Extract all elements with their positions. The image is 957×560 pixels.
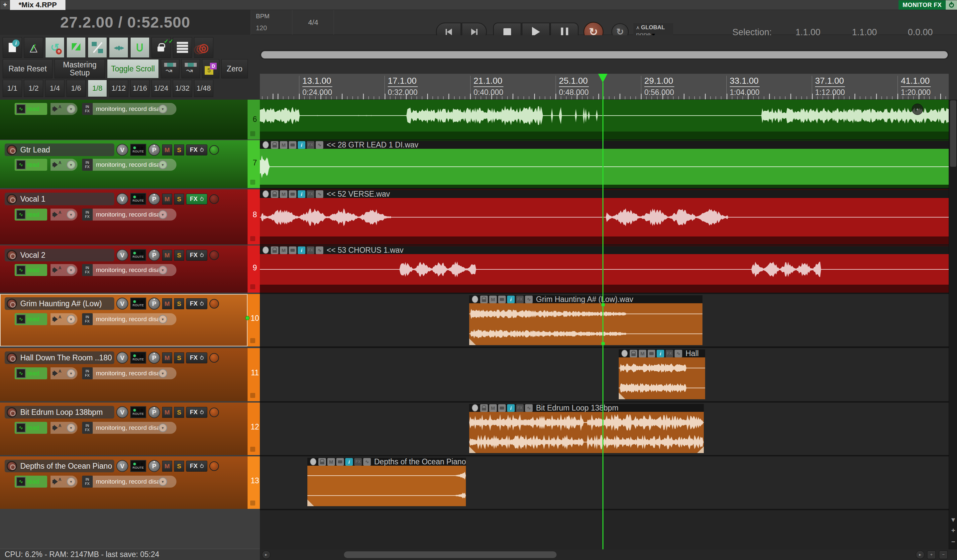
item-header[interactable]: MiFX∿ << 52 VERSE.wav xyxy=(260,190,949,198)
arrange-hscrollbar[interactable] xyxy=(260,50,949,60)
item-lock-icon[interactable] xyxy=(271,246,278,254)
toggle-scroll-button[interactable]: Toggle Scroll xyxy=(107,59,159,78)
item-lock-icon[interactable] xyxy=(480,296,488,303)
rate-reset-button[interactable]: Rate Reset xyxy=(3,59,52,78)
route-button[interactable]: ROUTE xyxy=(130,406,146,418)
item-group-icon[interactable] xyxy=(262,141,270,149)
pan-knob[interactable]: P xyxy=(148,193,160,205)
fade-in-handle[interactable] xyxy=(307,500,314,506)
item-group-icon[interactable] xyxy=(471,404,479,412)
record-monitor-button[interactable] xyxy=(209,461,219,471)
track-panel-12[interactable]: Bit Edrum Loop 138bpm V ROUTE P M S FX ∿… xyxy=(0,402,248,455)
track-lane-8[interactable]: MiFX∿ << 52 VERSE.wav xyxy=(260,189,949,245)
fade-in-handle[interactable] xyxy=(619,393,625,399)
chevron-down-icon[interactable]: ▼ xyxy=(158,423,167,432)
item-notes-icon[interactable] xyxy=(647,350,655,357)
record-input-button[interactable]: A▼ xyxy=(51,476,77,487)
track-lane-7[interactable]: MiFX∿ << 28 GTR LEAD 1 DI.wav xyxy=(260,140,949,188)
item-fx-icon[interactable]: FX xyxy=(516,404,524,412)
item-header[interactable]: MiFX∿ Depths of the Ocean Piano xyxy=(307,458,466,466)
track-name[interactable]: Grim Haunting A# (Low) xyxy=(20,299,102,308)
monitoring-button[interactable]: monitoring, record disa▼ xyxy=(93,159,177,171)
record-input-button[interactable]: A▼ xyxy=(51,208,77,221)
ripple-edit-button[interactable]: ⊃ xyxy=(130,37,150,58)
solo-button[interactable]: S xyxy=(174,461,184,472)
track-lane-9[interactable]: MiFX∿ << 53 CHORUS 1.wav xyxy=(260,246,949,293)
power-icon[interactable] xyxy=(200,148,204,152)
track-panel-7[interactable]: Gtr Lead V ROUTE P M S FX ∿read A▼ INFXm… xyxy=(0,140,248,188)
audio-item-track6[interactable] xyxy=(260,99,949,131)
item-lock-icon[interactable] xyxy=(271,141,278,149)
monitoring-control[interactable]: INFXmonitoring, record disa▼ xyxy=(82,208,177,221)
power-icon[interactable] xyxy=(200,464,204,468)
envelope-button[interactable]: ∿read xyxy=(14,422,47,434)
track-name[interactable]: Depths of the Ocean Piano xyxy=(20,462,112,471)
item-envelope-icon[interactable]: ∿ xyxy=(674,350,682,357)
track-panel-13[interactable]: Depths of the Ocean Piano V ROUTE P M S … xyxy=(0,456,248,509)
chevron-down-icon[interactable]: ▼ xyxy=(158,369,167,378)
solo-button[interactable]: S xyxy=(174,352,184,363)
mastering-setup-button[interactable]: Mastering Setup xyxy=(55,59,105,78)
grid-1-16-button[interactable]: 1/16 xyxy=(130,80,150,97)
monitoring-control[interactable]: INFXmonitoring, record disa▼ xyxy=(82,103,177,115)
route-button[interactable]: ROUTE xyxy=(130,460,146,472)
mute-button[interactable]: M xyxy=(162,461,172,472)
item-mute-icon[interactable]: M xyxy=(280,190,287,198)
route-button[interactable]: ROUTE xyxy=(130,352,146,364)
track-name[interactable]: Vocal 2 xyxy=(20,251,45,260)
input-fx-icon[interactable]: INFX xyxy=(82,476,93,487)
solo-button[interactable]: S xyxy=(174,145,184,155)
monitoring-control[interactable]: INFXmonitoring, record disa▼ xyxy=(82,159,177,171)
item-envelope-icon[interactable]: ∿ xyxy=(525,296,533,303)
lock-settings-button[interactable]: ✓✓ xyxy=(152,37,171,58)
envelope-button[interactable]: ∿read xyxy=(14,208,47,221)
new-project-tab-button[interactable]: + xyxy=(1,1,9,9)
vertical-zoom-out-button[interactable]: − xyxy=(949,538,957,546)
audio-item-verse[interactable] xyxy=(260,198,949,237)
input-fx-icon[interactable]: INFX xyxy=(82,264,93,276)
grid-1-1-button[interactable]: 1/1 xyxy=(3,80,22,97)
item-group-icon[interactable] xyxy=(621,350,629,357)
horizontal-zoom-in-button[interactable]: + xyxy=(927,551,936,559)
volume-knob[interactable]: V xyxy=(116,352,128,364)
item-envelope-icon[interactable]: ∿ xyxy=(316,141,323,149)
item-group-icon[interactable] xyxy=(262,190,270,198)
unlink-button[interactable] xyxy=(88,37,107,58)
input-fx-icon[interactable]: INFX xyxy=(82,208,93,221)
pan-knob[interactable]: P xyxy=(148,460,160,472)
grid-1-8-button[interactable]: 1/8 xyxy=(88,80,107,97)
item-header[interactable]: MiFX∿ << 53 CHORUS 1.wav xyxy=(260,246,949,254)
record-input-button[interactable]: A▼ xyxy=(51,264,77,276)
item-lock-icon[interactable] xyxy=(271,190,278,198)
item-notes-icon[interactable] xyxy=(498,404,506,412)
item-fx-icon[interactable]: FX xyxy=(307,190,314,198)
input-fx-icon[interactable]: INFX xyxy=(82,159,93,171)
fived-button[interactable]: 5D xyxy=(202,59,220,78)
item-info-icon[interactable]: i xyxy=(298,190,305,198)
item-header[interactable]: MiFX∿ << 28 GTR LEAD 1 DI.wav xyxy=(260,141,949,149)
item-info-icon[interactable]: i xyxy=(298,246,305,254)
monitoring-button[interactable]: monitoring, record disa▼ xyxy=(93,422,177,434)
monitoring-control[interactable]: INFXmonitoring, record disa▼ xyxy=(82,368,177,379)
volume-knob[interactable]: V xyxy=(116,406,128,418)
monitoring-control[interactable]: INFXmonitoring, record disa▼ xyxy=(82,476,177,487)
item-header[interactable]: MiFX∿ Bit Edrum Loop 138bpm xyxy=(469,404,704,412)
record-input-button[interactable]: A▼ xyxy=(51,422,77,434)
grid-1-32-button[interactable]: 1/32 xyxy=(173,80,192,97)
record-input-button[interactable]: A▼ xyxy=(51,103,77,115)
time-signature-display[interactable]: 4/4 xyxy=(293,10,334,35)
scroll-right-button[interactable]: ▸ xyxy=(916,551,924,559)
route-button[interactable]: ROUTE xyxy=(130,298,146,309)
record-arm-button[interactable] xyxy=(7,407,17,418)
volume-knob[interactable]: V xyxy=(116,298,128,309)
envelope-button[interactable]: ∿read xyxy=(14,264,47,276)
pan-knob[interactable]: P xyxy=(148,298,160,309)
item-envelope-icon[interactable]: ∿ xyxy=(316,190,323,198)
route-button[interactable]: ROUTE xyxy=(130,144,146,156)
track-panel-8[interactable]: Vocal 1 V ROUTE P M S FX ∿read A▼ INFXmo… xyxy=(0,189,248,245)
monitoring-button[interactable]: monitoring, record disa▼ xyxy=(93,368,177,379)
bpm-display[interactable]: BPM 120 xyxy=(251,10,292,35)
chevron-down-icon[interactable]: ▼ xyxy=(158,210,167,219)
item-notes-icon[interactable] xyxy=(289,190,296,198)
arrange-empty-area[interactable] xyxy=(260,510,949,549)
